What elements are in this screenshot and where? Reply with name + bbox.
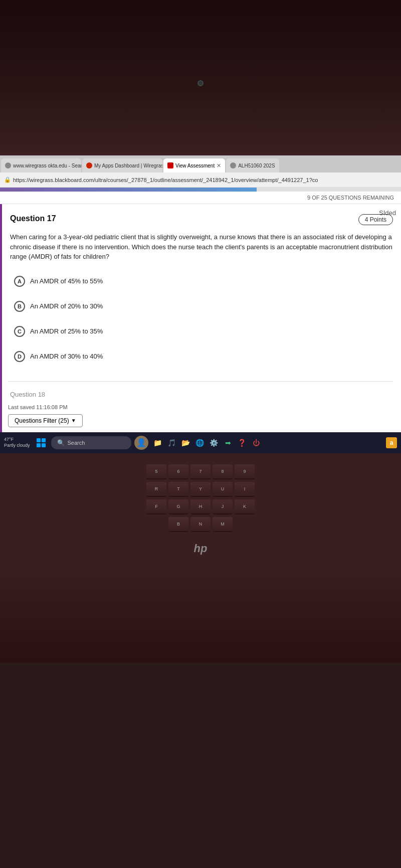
- key-y[interactable]: Y: [190, 482, 211, 497]
- question-number: Question 17: [10, 214, 56, 223]
- tab-search-icon: [5, 162, 11, 168]
- footer-area: Last saved 11:16:08 PM Questions Filter …: [0, 400, 401, 432]
- address-bar[interactable]: 🔒 https://wiregrass.blackboard.com/ultra…: [0, 172, 401, 188]
- tab-assessment-icon: [167, 162, 173, 168]
- key-f[interactable]: F: [146, 499, 166, 514]
- webcam: [197, 80, 204, 86]
- taskbar-search-bar[interactable]: 🔍 Search: [51, 436, 131, 449]
- lock-icon: 🔒: [4, 177, 11, 183]
- media-icon[interactable]: 🎵: [166, 437, 177, 448]
- key-b[interactable]: B: [168, 517, 188, 532]
- key-n[interactable]: N: [190, 517, 211, 532]
- browser-window: www.wiregrass okta.edu - Search ✕ My App…: [0, 155, 401, 432]
- key-u[interactable]: U: [213, 482, 233, 497]
- tab-search[interactable]: www.wiregrass okta.edu - Search ✕: [1, 158, 81, 172]
- question-text: When caring for a 3-year-old pediatric c…: [10, 232, 393, 262]
- answer-option-d[interactable]: D An AMDR of 30% to 40%: [10, 346, 393, 367]
- laptop-bottom: [0, 563, 401, 663]
- arrow-taskbar-icon[interactable]: ➡: [223, 437, 234, 448]
- search-icon: 🔍: [57, 439, 65, 446]
- section-divider: [8, 381, 393, 382]
- questions-remaining-banner: 9 OF 25 QUESTIONS REMAINING: [0, 192, 401, 204]
- option-circle-c: C: [14, 326, 25, 337]
- question-area: Question 17 4 Points When caring for a 3…: [0, 204, 401, 376]
- dropdown-arrow-icon: ▼: [71, 418, 76, 423]
- key-row-qwerty: R T Y U I: [10, 482, 391, 497]
- tab-myapps-icon: [86, 162, 92, 168]
- key-i[interactable]: I: [235, 482, 255, 497]
- start-button[interactable]: [34, 436, 48, 450]
- tab-assessment-close-icon[interactable]: ✕: [217, 162, 221, 169]
- answer-option-c[interactable]: C An AMDR of 25% to 35%: [10, 321, 393, 342]
- questions-filter-button[interactable]: Questions Filter (25) ▼: [8, 414, 83, 427]
- browser-tabs-bar: www.wiregrass okta.edu - Search ✕ My App…: [0, 155, 401, 172]
- taskbar-right-area: a: [386, 437, 397, 448]
- key-r[interactable]: R: [146, 482, 166, 497]
- search-placeholder-text: Search: [68, 440, 85, 446]
- key-8[interactable]: 8: [213, 464, 233, 479]
- option-text-b: An AMDR of 20% to 30%: [30, 302, 103, 310]
- option-circle-b: B: [14, 301, 25, 312]
- option-text-c: An AMDR of 25% to 35%: [30, 327, 103, 335]
- key-row-numbers: 5 6 7 8 9: [10, 464, 391, 479]
- key-6[interactable]: 6: [168, 464, 188, 479]
- tab-course-icon: [230, 162, 236, 168]
- key-5[interactable]: 5: [146, 464, 166, 479]
- key-t[interactable]: T: [168, 482, 188, 497]
- key-7[interactable]: 7: [190, 464, 211, 479]
- notification-badge[interactable]: a: [386, 437, 397, 448]
- answer-option-a[interactable]: A An AMDR of 45% to 55%: [10, 271, 393, 292]
- tab-assessment[interactable]: View Assessment ✕: [163, 158, 225, 172]
- laptop-top-bezel: [0, 0, 401, 155]
- key-row-bottom: B N M: [10, 517, 391, 532]
- address-text: https://wiregrass.blackboard.com/ultra/c…: [13, 177, 318, 183]
- browser-taskbar-icon[interactable]: 🌐: [194, 437, 206, 448]
- key-row-home: F G H J K: [10, 499, 391, 514]
- key-j[interactable]: J: [213, 499, 233, 514]
- tab-course[interactable]: ALH51060 202S: [226, 158, 279, 172]
- taskbar-icon-group: 📁 🎵 📂 🌐 ⚙️ ➡ ❓ ⏻: [152, 437, 262, 448]
- page-content: Question 17 4 Points When caring for a 3…: [0, 204, 401, 432]
- key-9[interactable]: 9: [235, 464, 255, 479]
- option-circle-d: D: [14, 351, 25, 362]
- keyboard: 5 6 7 8 9 R T Y U I F G H J K B N M: [0, 464, 401, 532]
- option-circle-a: A: [14, 276, 25, 287]
- screen-bezel: www.wiregrass okta.edu - Search ✕ My App…: [0, 155, 401, 432]
- taskbar-avatar[interactable]: 👤: [134, 436, 148, 450]
- key-g[interactable]: G: [168, 499, 188, 514]
- power-icon[interactable]: ⏻: [251, 437, 262, 448]
- tab-myapps[interactable]: My Apps Dashboard | Wiregrass C ✕: [82, 158, 162, 172]
- last-saved-text: Last saved 11:16:08 PM: [8, 404, 393, 410]
- key-h[interactable]: H: [190, 499, 211, 514]
- folder-icon[interactable]: 📂: [180, 437, 191, 448]
- next-question-peek: Question 18: [0, 387, 401, 400]
- file-explorer-icon[interactable]: 📁: [152, 437, 163, 448]
- windows-logo-icon: [37, 438, 46, 447]
- progress-bar-container: [0, 188, 401, 192]
- key-m[interactable]: M: [213, 517, 233, 532]
- help-icon[interactable]: ❓: [237, 437, 248, 448]
- settings-icon[interactable]: ⚙️: [209, 437, 220, 448]
- sided-label: SIded: [379, 209, 396, 217]
- hp-logo: hp: [194, 542, 208, 555]
- progress-bar-fill: [0, 188, 257, 192]
- hp-logo-area: hp: [0, 535, 401, 563]
- laptop-keyboard-area: 5 6 7 8 9 R T Y U I F G H J K B N M: [0, 453, 401, 563]
- option-text-d: An AMDR of 30% to 40%: [30, 353, 103, 360]
- key-k[interactable]: K: [235, 499, 255, 514]
- option-text-a: An AMDR of 45% to 55%: [30, 277, 103, 285]
- weather-widget: 47°F Partly cloudy: [4, 437, 30, 448]
- question-header: Question 17 4 Points: [10, 214, 393, 225]
- answer-option-b[interactable]: B An AMDR of 20% to 30%: [10, 296, 393, 317]
- taskbar: 47°F Partly cloudy 🔍 Search 👤 📁 🎵 📂 🌐: [0, 432, 401, 453]
